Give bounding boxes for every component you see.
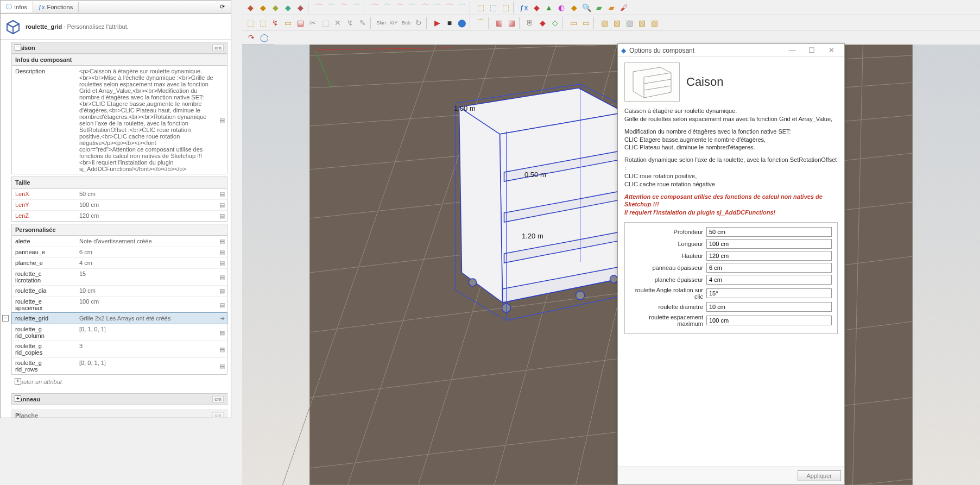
add-attribute[interactable]: Ajouter un attribut <box>11 377 227 387</box>
arc-icon[interactable]: ⌒ <box>350 2 362 14</box>
tool-icon[interactable]: ▤ <box>294 17 306 29</box>
attr-row[interactable]: roulette_e spacemax100 cm▤ <box>12 296 227 313</box>
attr-scroll[interactable]: − Caisoncm Infos du composant Descriptio… <box>1 40 231 418</box>
tool-icon[interactable]: ⬚ <box>319 17 331 29</box>
shield-icon[interactable]: ⛨ <box>524 17 536 29</box>
row-menu-icon[interactable]: ▤ <box>217 269 227 285</box>
tool-icon[interactable]: ⌒ <box>475 17 486 29</box>
cube-icon[interactable]: ▧ <box>623 17 635 29</box>
option-input[interactable] <box>706 316 832 325</box>
arc-icon[interactable]: ⌒ <box>325 2 337 14</box>
arc-icon[interactable]: ⌒ <box>381 2 393 14</box>
tool-icon[interactable]: ↯ <box>269 17 281 29</box>
tool-icon[interactable]: ■ <box>444 17 456 29</box>
tool-icon[interactable]: ◆ <box>568 2 580 14</box>
grid-icon[interactable]: ▦ <box>505 17 517 29</box>
skin-icon[interactable]: Skin <box>375 17 387 29</box>
option-input[interactable] <box>706 263 832 273</box>
tool-icon[interactable]: ⬚ <box>244 17 256 29</box>
attr-row-description[interactable]: Description <p>Caisson à étagère sur rou… <box>12 66 227 174</box>
arc-icon[interactable]: ⌒ <box>313 2 325 14</box>
option-input[interactable] <box>706 251 832 261</box>
cube-icon[interactable]: ▧ <box>611 17 623 29</box>
expand-icon[interactable]: + <box>15 378 21 385</box>
attr-row[interactable]: planche_e4 cm▤ <box>12 257 227 268</box>
origin-icon[interactable]: ◆ <box>530 2 542 14</box>
row-menu-icon[interactable]: ▤ <box>217 358 227 374</box>
tool-icon[interactable]: ◆ <box>269 2 281 14</box>
tool-icon[interactable]: ▭ <box>580 17 592 29</box>
tool-icon[interactable]: ▭ <box>282 17 294 29</box>
row-menu-icon[interactable]: ▤ <box>217 189 227 199</box>
3d-viewport[interactable]: 1.00 m 0.50 m 1.20 m ↖ <box>242 45 980 485</box>
option-input[interactable] <box>706 302 832 312</box>
xy-icon[interactable]: X/Y <box>388 17 400 29</box>
row-menu-icon[interactable]: ▤ <box>217 258 227 268</box>
tool-icon[interactable]: ✕ <box>332 17 344 29</box>
bub-icon[interactable]: Bub <box>400 17 412 29</box>
attr-row[interactable]: roulette_g rid_copies3▤ <box>12 341 227 357</box>
tool-icon[interactable]: ↯ <box>344 17 356 29</box>
row-menu-icon[interactable]: ▤ <box>217 341 227 357</box>
refresh-icon[interactable]: ⟳ <box>217 2 227 12</box>
option-input[interactable] <box>706 275 832 285</box>
tool-icon[interactable]: ◆ <box>294 2 306 14</box>
tool-icon[interactable]: ◆ <box>282 2 294 14</box>
tool-icon[interactable]: ▲ <box>543 2 555 14</box>
attr-row[interactable]: roulette_dia10 cm▤ <box>12 285 227 296</box>
collapse-icon[interactable]: − <box>15 44 21 51</box>
attr-row[interactable]: roulette_c licrotation15▤ <box>12 268 227 285</box>
apply-button[interactable]: Appliquer <box>798 470 841 481</box>
cube-icon[interactable]: ▧ <box>636 17 648 29</box>
collapse-icon[interactable]: − <box>2 315 9 322</box>
tool-icon[interactable]: ◇ <box>549 17 561 29</box>
tool-icon[interactable]: ▰ <box>593 2 605 14</box>
arc-icon[interactable]: ⌒ <box>369 2 381 14</box>
attr-row[interactable]: LenX50 cm▤ <box>12 188 227 199</box>
tool-icon[interactable]: ▭ <box>567 17 579 29</box>
tool-icon[interactable]: ⬤ <box>456 17 468 29</box>
tool-icon[interactable]: ▰ <box>605 2 617 14</box>
fx-icon[interactable]: ƒx <box>518 2 530 14</box>
search-icon[interactable]: 🔍 <box>580 2 592 14</box>
circle-tool-icon[interactable]: ◯ <box>258 32 270 43</box>
row-menu-icon[interactable]: ▤ <box>217 247 227 257</box>
cube-icon[interactable]: ⬚ <box>500 2 511 14</box>
tool-icon[interactable]: ◆ <box>536 17 548 29</box>
row-menu-icon[interactable]: ▤ <box>217 66 227 174</box>
group-caison[interactable]: Caisoncm <box>11 42 227 54</box>
arc-tool-icon[interactable]: ↷ <box>245 32 257 43</box>
tool-icon[interactable]: ◆ <box>244 2 256 14</box>
attr-row[interactable]: panneau_e6 cm▤ <box>12 247 227 257</box>
cube-icon[interactable]: ⬚ <box>475 2 486 14</box>
row-menu-icon[interactable]: ➜ <box>217 313 227 324</box>
cube-icon[interactable]: ▧ <box>598 17 610 29</box>
row-menu-icon[interactable]: ▤ <box>217 200 227 210</box>
tool-icon[interactable]: ◆ <box>257 2 269 14</box>
group-planche[interactable]: Planchecm <box>11 410 227 418</box>
arc-icon[interactable]: ⌒ <box>444 2 456 14</box>
maximize-icon[interactable]: ☐ <box>802 45 821 56</box>
tool-icon[interactable]: ◐ <box>555 2 567 14</box>
attr-row[interactable]: alerteNote d'avertissement créée▤ <box>12 236 227 247</box>
row-menu-icon[interactable]: ▤ <box>217 236 227 247</box>
minimize-icon[interactable]: — <box>782 45 802 56</box>
row-menu-icon[interactable]: ▤ <box>217 297 227 313</box>
expand-icon[interactable]: + <box>15 395 21 402</box>
arc-icon[interactable]: ⌒ <box>338 2 350 14</box>
arc-icon[interactable]: ⌒ <box>406 2 418 14</box>
group-panneau[interactable]: Panneaucm <box>11 393 227 405</box>
attr-row[interactable]: roulette_gridGrille 2x2 Les Arrays ont é… <box>12 313 227 324</box>
row-menu-icon[interactable]: ▤ <box>217 324 227 341</box>
tool-icon[interactable]: ✂ <box>307 17 319 29</box>
tab-fonctions[interactable]: ƒxFonctions <box>33 2 79 12</box>
dialog-titlebar[interactable]: ◆ Options du composant — ☐ ✕ <box>618 44 844 57</box>
tab-infos[interactable]: ⓘInfos <box>1 1 33 12</box>
paint-icon[interactable]: 🖌 <box>618 2 630 14</box>
option-input[interactable] <box>706 288 832 298</box>
option-input[interactable] <box>706 239 832 249</box>
grid-icon[interactable]: ▦ <box>493 17 505 29</box>
attr-row[interactable]: roulette_g rid_rows[0, 0, 1, 1]▤ <box>12 357 227 374</box>
arc-icon[interactable]: ⌒ <box>419 2 431 14</box>
tool-icon[interactable]: ▶ <box>431 17 443 29</box>
